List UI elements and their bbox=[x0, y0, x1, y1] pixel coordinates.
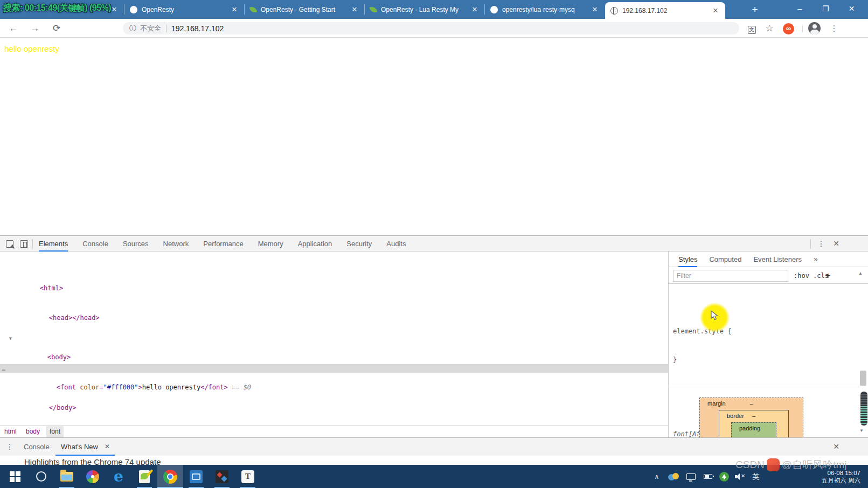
site-info-icon[interactable]: ⓘ bbox=[129, 24, 136, 33]
tab-title: 192.168.17.102 bbox=[622, 7, 707, 15]
extension-infinity-icon[interactable]: ∞ bbox=[783, 23, 794, 34]
browser-tab-lua-resty-mysql[interactable]: openresty/lua-resty-mysq ✕ bbox=[485, 0, 605, 19]
browser-tab-active[interactable]: 192.168.17.102 ✕ bbox=[605, 2, 725, 19]
browser-tab-lua-resty[interactable]: OpenResty - Lua Resty My ✕ bbox=[365, 0, 484, 19]
drawer-menu-kebab-icon[interactable]: ⋮ bbox=[4, 438, 15, 456]
security-label: 不安全 bbox=[140, 24, 161, 33]
devtools-menu-kebab-icon[interactable]: ⋮ bbox=[815, 236, 828, 252]
styles-scrollbar-thumb[interactable] bbox=[860, 371, 866, 386]
tab-close-icon[interactable]: ✕ bbox=[230, 5, 239, 13]
tray-cloud-icon[interactable] bbox=[666, 465, 680, 488]
notepad-plus-button[interactable] bbox=[131, 465, 157, 488]
tab-network[interactable]: Network bbox=[163, 236, 189, 252]
start-button[interactable] bbox=[2, 465, 28, 488]
styles-filter-input[interactable] bbox=[673, 270, 788, 282]
bookmark-star-icon[interactable]: ☆ bbox=[762, 22, 776, 36]
tab-sources[interactable]: Sources bbox=[123, 236, 149, 252]
tray-network-icon[interactable] bbox=[684, 465, 698, 488]
tab-memory[interactable]: Memory bbox=[258, 236, 283, 252]
drawer-tab-close-icon[interactable]: ✕ bbox=[105, 438, 110, 456]
devtools-drawer: ⋮ Console What's New ✕ ✕ bbox=[0, 437, 868, 456]
window-close-button[interactable]: ✕ bbox=[839, 0, 864, 19]
mouse-cursor bbox=[710, 310, 719, 320]
more-tabs-chevron-icon[interactable]: » bbox=[814, 255, 818, 263]
drawer-close-icon[interactable]: ✕ bbox=[830, 438, 843, 456]
tray-update-icon[interactable] bbox=[717, 465, 731, 488]
toolbar-separator bbox=[32, 239, 33, 249]
tab-computed[interactable]: Computed bbox=[709, 252, 741, 267]
drawer-tab-console[interactable]: Console bbox=[24, 438, 50, 456]
tray-battery-icon[interactable] bbox=[701, 465, 715, 488]
profile-avatar[interactable] bbox=[808, 22, 821, 34]
styles-sidebar: Styles Computed Event Listeners » :hov .… bbox=[668, 252, 868, 437]
box-model-border[interactable]: border – padding – bbox=[719, 410, 789, 437]
tab-elements[interactable]: Elements bbox=[39, 236, 68, 252]
browser-tab-getting-started[interactable]: OpenResty - Getting Start ✕ bbox=[245, 0, 364, 19]
back-button[interactable]: ← bbox=[6, 22, 20, 36]
tab-close-icon[interactable]: ✕ bbox=[470, 5, 479, 13]
whats-new-heading: Highlights from the Chrome 74 update bbox=[24, 457, 161, 465]
toolbar-separator bbox=[810, 239, 811, 249]
tree-row-body-close[interactable]: </body> bbox=[0, 394, 668, 403]
forward-button[interactable]: → bbox=[28, 22, 42, 36]
vmware-button[interactable] bbox=[183, 465, 209, 488]
breadcrumb-body[interactable]: body bbox=[23, 426, 43, 437]
devtools-close-icon[interactable]: ✕ bbox=[830, 236, 843, 252]
device-toolbar-icon[interactable] bbox=[20, 240, 28, 248]
typora-button[interactable]: T bbox=[235, 465, 261, 488]
tab-application[interactable]: Application bbox=[298, 236, 332, 252]
box-model-margin[interactable]: margin – border – padding – bbox=[699, 398, 803, 437]
drawer-tab-whats-new[interactable]: What's New bbox=[61, 438, 98, 456]
tab-styles[interactable]: Styles bbox=[678, 252, 697, 267]
tree-row-body-open[interactable]: ▼ <body> bbox=[0, 334, 668, 344]
cortana-icon bbox=[36, 471, 46, 482]
rule-element-style[interactable]: element.style { } bbox=[669, 305, 860, 387]
address-bar[interactable]: ⓘ 不安全 192.168.17.102 bbox=[123, 22, 739, 34]
tree-row-font-selected[interactable]: … <font color="#fff000">hello openresty<… bbox=[0, 364, 668, 374]
window-maximize-button[interactable]: ❐ bbox=[814, 0, 838, 19]
chrome-button[interactable] bbox=[157, 465, 183, 488]
terminal-app-button[interactable] bbox=[209, 465, 235, 488]
tray-date: 五月初六 周六 bbox=[822, 477, 860, 484]
cortana-search-button[interactable] bbox=[28, 465, 54, 488]
csdn-logo-icon bbox=[767, 458, 780, 471]
browser-navbar: ← → ⟳ ⓘ 不安全 192.168.17.102 文 ☆ ∞ ⋮ bbox=[0, 19, 868, 38]
reload-button[interactable]: ⟳ bbox=[50, 22, 64, 36]
folder-icon bbox=[60, 472, 73, 482]
tree-row-html-open[interactable]: <html> bbox=[0, 274, 668, 284]
breadcrumb-html[interactable]: html bbox=[1, 426, 20, 437]
scroll-down-arrow-icon[interactable]: ▼ bbox=[859, 428, 864, 433]
browser-menu-kebab-icon[interactable]: ⋮ bbox=[827, 22, 841, 36]
new-style-rule-button[interactable]: + bbox=[823, 268, 834, 284]
breadcrumb-font[interactable]: font bbox=[46, 426, 64, 437]
page-greeting-text: hello openresty bbox=[4, 44, 59, 53]
box-model-padding[interactable]: padding – bbox=[731, 422, 776, 437]
expand-arrow-icon[interactable]: ▼ bbox=[9, 334, 12, 344]
translate-icon[interactable]: 文 bbox=[745, 22, 759, 36]
tab-title: OpenResty bbox=[142, 6, 226, 13]
edge-browser-button[interactable]: e bbox=[106, 465, 131, 488]
scroll-up-arrow-icon[interactable]: ▲ bbox=[858, 271, 863, 276]
file-explorer-button[interactable] bbox=[54, 465, 80, 488]
browser-tab-openresty[interactable]: OpenResty ✕ bbox=[124, 0, 244, 19]
pinwheel-app-button[interactable] bbox=[80, 465, 106, 488]
tray-expand-chevron-icon[interactable]: ∧ bbox=[650, 465, 663, 488]
tab-performance[interactable]: Performance bbox=[203, 236, 243, 252]
watermark-handle: @自听风吟tmj bbox=[782, 458, 847, 472]
pseudo-state-toggle[interactable]: :hov bbox=[794, 268, 809, 284]
desktop-screen: ✕ OpenResty ✕ OpenResty - Getting Start … bbox=[0, 0, 868, 488]
tab-audits[interactable]: Audits bbox=[386, 236, 406, 252]
tab-close-icon[interactable]: ✕ bbox=[591, 5, 599, 13]
tab-console[interactable]: Console bbox=[82, 236, 108, 252]
tab-title: openresty/lua-resty-mysq bbox=[502, 6, 586, 13]
row-options-ellipsis[interactable]: … bbox=[2, 364, 5, 374]
window-minimize-button[interactable]: – bbox=[788, 0, 812, 19]
tab-close-icon[interactable]: ✕ bbox=[350, 5, 359, 13]
vmware-icon bbox=[190, 470, 203, 483]
tree-row-head[interactable]: <head></head> bbox=[0, 304, 668, 314]
tab-security[interactable]: Security bbox=[346, 236, 372, 252]
tab-event-listeners[interactable]: Event Listeners bbox=[753, 252, 802, 267]
new-tab-button[interactable]: + bbox=[747, 2, 763, 17]
tab-close-icon[interactable]: ✕ bbox=[711, 6, 720, 15]
inspect-element-icon[interactable] bbox=[6, 240, 13, 248]
